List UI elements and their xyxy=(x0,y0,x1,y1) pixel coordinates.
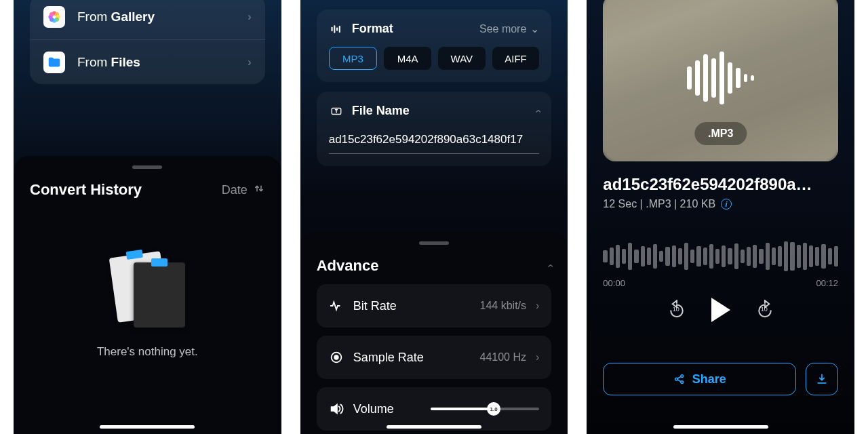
screen-convert-settings: Format See more ⌄ MP3 M4A WAV AIFF File … xyxy=(300,0,568,434)
time-elapsed: 00:00 xyxy=(603,278,625,288)
filename-title: File Name xyxy=(352,104,528,118)
screen-player: .MP3 ad15c23f62e594202f890a… 12 Sec | .M… xyxy=(587,0,854,434)
sort-arrows-icon xyxy=(253,182,265,198)
thumbnail-waveform-icon xyxy=(687,52,754,104)
home-indicator[interactable] xyxy=(100,425,195,429)
files-app-icon xyxy=(43,52,65,73)
chevron-down-icon: ⌄ xyxy=(530,22,539,35)
chevron-right-icon: › xyxy=(248,11,251,23)
chevron-up-icon[interactable]: › xyxy=(544,264,556,267)
download-button[interactable] xyxy=(806,363,838,395)
play-button[interactable] xyxy=(711,298,730,322)
svg-rect-9 xyxy=(334,25,335,33)
file-title: ad15c23f62e594202f890a… xyxy=(603,175,838,194)
history-title: Convert History xyxy=(30,181,222,199)
format-options: MP3 M4A WAV AIFF xyxy=(329,47,540,70)
format-option-aiff[interactable]: AIFF xyxy=(492,47,540,70)
empty-text: There's nothing yet. xyxy=(14,345,281,359)
history-sort-button[interactable]: Date xyxy=(222,182,265,198)
rewind-10-button[interactable]: 10 xyxy=(667,300,687,320)
volume-row[interactable]: Volume 1.0 xyxy=(317,387,552,431)
format-title: Format xyxy=(352,22,471,36)
samplerate-target-icon xyxy=(329,350,344,365)
volume-slider-knob[interactable]: 1.0 xyxy=(487,402,500,416)
chevron-right-icon: › xyxy=(248,56,251,68)
from-files-row[interactable]: From Files › xyxy=(30,39,265,84)
svg-rect-11 xyxy=(338,26,340,33)
advance-title: Advance xyxy=(317,257,548,275)
from-gallery-label: From Gallery xyxy=(77,9,235,24)
share-icon xyxy=(673,373,686,385)
info-icon[interactable]: i xyxy=(721,199,732,210)
chevron-right-icon: › xyxy=(536,351,539,363)
share-button[interactable]: Share xyxy=(603,363,796,395)
empty-clipboards-icon xyxy=(106,250,188,332)
format-option-mp3[interactable]: MP3 xyxy=(329,47,378,70)
rename-icon xyxy=(329,105,344,117)
history-empty-state: There's nothing yet. xyxy=(14,250,281,359)
screen-import-history: From Gallery › From Files › Convert Hist… xyxy=(14,0,281,434)
samplerate-row[interactable]: Sample Rate 44100 Hz › xyxy=(317,336,552,379)
sheet-drag-handle[interactable] xyxy=(132,165,162,169)
bitrate-pulse-icon xyxy=(329,298,344,313)
bitrate-row[interactable]: Bit Rate 144 kbit/s › xyxy=(317,284,552,328)
volume-slider[interactable]: 1.0 xyxy=(431,408,539,410)
file-ext-badge: .MP3 xyxy=(694,122,747,145)
home-indicator[interactable] xyxy=(387,425,481,429)
from-files-label: From Files xyxy=(77,55,235,70)
svg-point-7 xyxy=(50,12,54,16)
chevron-right-icon: › xyxy=(536,300,539,312)
chevron-up-icon[interactable]: › xyxy=(532,109,544,113)
audio-thumbnail: .MP3 xyxy=(603,0,838,161)
filename-section: File Name › xyxy=(317,92,552,166)
file-meta: 12 Sec | .MP3 | 210 KB i xyxy=(603,198,838,210)
player-waveform[interactable] xyxy=(603,237,838,275)
advance-sheet: Advance › Bit Rate 144 kbit/s › Sample R… xyxy=(300,232,568,434)
time-total: 00:12 xyxy=(816,278,838,288)
sheet-drag-handle[interactable] xyxy=(419,241,449,245)
home-indicator[interactable] xyxy=(673,425,768,429)
format-bars-icon xyxy=(329,22,344,36)
svg-rect-8 xyxy=(331,26,332,31)
svg-rect-10 xyxy=(336,27,338,31)
import-sources-card: From Gallery › From Files › xyxy=(30,0,265,84)
forward-10-button[interactable]: 10 xyxy=(755,300,775,320)
download-icon xyxy=(815,372,829,386)
format-option-m4a[interactable]: M4A xyxy=(384,47,431,70)
filename-input[interactable] xyxy=(329,129,540,154)
format-see-more[interactable]: See more ⌄ xyxy=(479,22,539,35)
svg-point-14 xyxy=(334,355,338,359)
from-gallery-row[interactable]: From Gallery › xyxy=(30,0,265,39)
volume-speaker-icon xyxy=(329,401,344,416)
photos-app-icon xyxy=(43,6,65,28)
convert-history-sheet: Convert History Date There's nothing yet… xyxy=(14,156,281,434)
player-controls: 10 10 xyxy=(587,298,854,322)
format-section: Format See more ⌄ MP3 M4A WAV AIFF xyxy=(317,9,552,82)
format-option-wav[interactable]: WAV xyxy=(438,47,486,70)
